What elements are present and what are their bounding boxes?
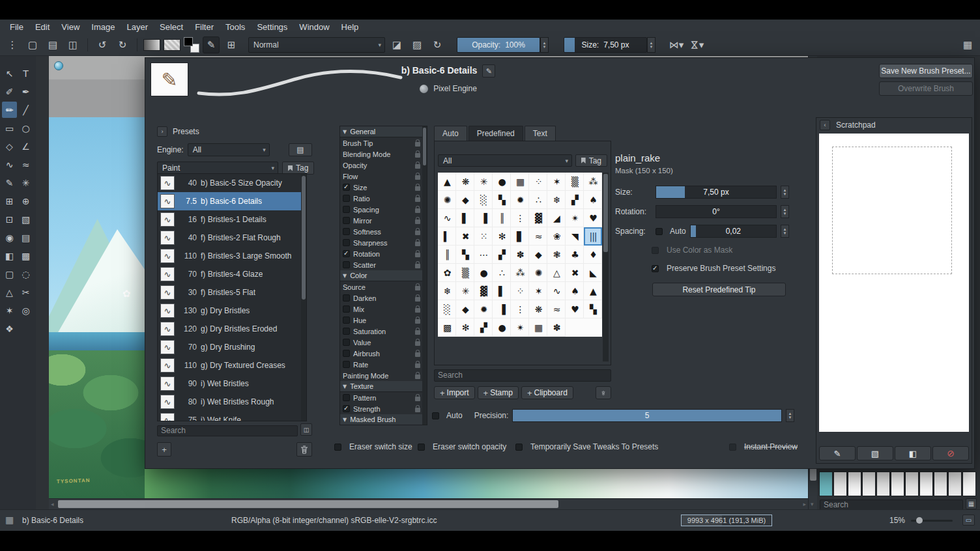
option-row[interactable]: Size (340, 182, 427, 193)
clipboard-tip-button[interactable]: +Clipboard (521, 386, 573, 399)
option-row[interactable]: Brush Tip (340, 137, 427, 148)
scratchpad-paint-button[interactable]: ✎ (819, 446, 856, 460)
polyline-tool[interactable]: ∠ (18, 138, 33, 154)
tip-spacing-slider[interactable]: 0,02 (690, 225, 777, 238)
preset-thumbnail[interactable] (948, 472, 962, 496)
tip-rotation-spinner[interactable]: ▲▼ (781, 205, 789, 218)
select-shapes-tool[interactable]: ↖ (2, 65, 17, 81)
mirror-horizontal-icon[interactable]: ⋈▾ (668, 36, 685, 53)
preset-thumbnail[interactable] (934, 472, 947, 496)
brush-tip-tile[interactable]: ● (493, 173, 511, 191)
workspace-chooser-icon[interactable]: ▦ (959, 36, 976, 53)
preset-thumbnail[interactable] (905, 472, 919, 496)
option-checkbox[interactable] (343, 228, 350, 235)
redo-icon[interactable]: ↻ (114, 36, 131, 53)
preset-row[interactable]: ∿70f) Bristles-4 Glaze (158, 265, 306, 283)
option-row[interactable]: Rate (340, 359, 427, 370)
color-sampler-tool[interactable]: ◉ (2, 229, 17, 246)
brush-tip-tile[interactable]: ░ (438, 300, 456, 318)
brush-tip-tile[interactable]: ◆ (456, 191, 474, 209)
option-row[interactable]: Hue (340, 315, 427, 326)
horizontal-scrollbar[interactable]: ◂ ▸ (49, 498, 808, 509)
option-row[interactable]: Spacing (340, 204, 427, 215)
dynamic-brush-tool[interactable]: ✎ (2, 175, 17, 191)
brush-tip-tile[interactable]: ▐ (474, 209, 493, 227)
brush-tip-tile[interactable]: ✺ (529, 264, 547, 282)
gradient-tool[interactable]: ▧ (18, 211, 33, 227)
tip-rotation-slider[interactable]: 0° (656, 205, 777, 218)
brush-tip-tile[interactable]: ⋮ (511, 209, 529, 227)
scratchpad-fill-gradient-button[interactable]: ▧ (857, 446, 893, 460)
spacing-auto-checkbox[interactable] (656, 228, 663, 235)
option-section-header[interactable]: ▼Texture (340, 381, 427, 392)
brush-size-slider[interactable]: Size:7,50 px ▲▼ (564, 37, 656, 53)
polygon-tool[interactable]: ◇ (2, 138, 17, 154)
brush-tip-tile[interactable]: ▚ (493, 191, 511, 209)
delete-preset-button[interactable] (296, 442, 312, 457)
instant-preview-checkbox[interactable] (729, 444, 736, 451)
outline-selection-tool[interactable]: ✂ (18, 284, 33, 300)
fg-bg-colors[interactable] (184, 37, 199, 53)
brush-editor-icon[interactable]: ✎ (203, 36, 220, 53)
menu-item-help[interactable]: Help (336, 21, 365, 33)
menu-item-filter[interactable]: Filter (189, 21, 220, 33)
brush-tip-tile[interactable]: ⋮ (511, 300, 529, 318)
new-document-icon[interactable]: ▢ (24, 36, 41, 53)
option-row[interactable]: Scatter (340, 259, 427, 270)
option-row[interactable]: Opacity (340, 160, 427, 171)
add-preset-button[interactable]: + (157, 442, 171, 457)
stamp-tip-button[interactable]: +Stamp (478, 386, 519, 399)
scroll-down-icon[interactable]: ▾ (811, 501, 814, 507)
brush-tip-tile[interactable]: ✴ (511, 318, 529, 337)
tip-tag-button[interactable]: Tag (575, 154, 607, 167)
scratchpad-canvas[interactable] (819, 134, 969, 432)
brush-tip-tile[interactable]: ♦ (584, 246, 602, 264)
option-row[interactable]: Darken (340, 292, 427, 304)
option-row[interactable]: Softness (340, 226, 427, 237)
option-row[interactable]: Rotation (340, 248, 427, 259)
brush-tip-tile[interactable]: ✿ (438, 264, 456, 282)
preset-row[interactable]: ∿75i) Wet Knife (158, 411, 306, 421)
docker-search-input[interactable] (820, 500, 963, 511)
brush-tip-tile[interactable]: ▞ (474, 318, 493, 337)
opacity-slider[interactable]: Opacity:100% ▲▼ (457, 37, 549, 53)
import-tip-button[interactable]: +Import (434, 386, 475, 399)
preset-thumbnail[interactable] (919, 472, 933, 496)
save-tweaks-checkbox[interactable] (515, 444, 523, 451)
brush-tip-tile[interactable]: ✽ (547, 318, 566, 337)
preset-thumbnail[interactable] (848, 472, 861, 496)
option-row[interactable]: Airbrush (340, 348, 427, 359)
brush-tip-tile[interactable]: ⋯ (474, 246, 493, 264)
brush-tip-tile[interactable]: ║ (438, 246, 456, 264)
preset-thumbnail[interactable] (862, 472, 876, 496)
brush-tip-tile[interactable]: ▚ (584, 300, 602, 318)
brush-tip-tile[interactable]: ◢ (547, 209, 566, 227)
brush-tip-tile[interactable]: ✹ (474, 300, 493, 318)
brush-tip-tile[interactable]: ▓ (529, 209, 547, 227)
zoom-slider-thumb[interactable] (916, 517, 923, 524)
option-section-header[interactable]: ▼General (340, 126, 427, 137)
brush-tip-tile[interactable]: ♣ (566, 246, 584, 264)
multibrush-tool[interactable]: ✳ (18, 175, 33, 191)
option-row[interactable]: Value (340, 337, 427, 348)
brush-tip-tile[interactable]: ▦ (511, 173, 529, 191)
brush-tip-tile[interactable]: ||| (584, 227, 602, 246)
brush-tip-tile[interactable]: ∴ (529, 191, 547, 209)
overwrite-brush-button[interactable]: Overwrite Brush (879, 81, 973, 96)
menu-item-file[interactable]: File (4, 21, 29, 33)
move-tool[interactable]: ⊕ (18, 193, 33, 209)
brush-tip-tile[interactable]: ∿ (438, 209, 456, 227)
pan-tool[interactable]: ❖ (2, 320, 17, 337)
brush-tip-tile[interactable]: ⁂ (584, 173, 602, 191)
open-document-icon[interactable]: ▤ (44, 36, 61, 53)
elliptical-selection-tool[interactable]: ◌ (18, 266, 33, 282)
precision-slider[interactable]: 5 (512, 409, 782, 422)
eraser-switch-size-checkbox[interactable] (334, 444, 341, 451)
eraser-switch-opacity-checkbox[interactable] (418, 444, 425, 451)
preset-row[interactable]: ∿40f) Bristles-2 Flat Rough (158, 229, 306, 247)
rename-preset-button[interactable]: ✎ (482, 64, 495, 78)
tip-tag-filter-select[interactable]: All▾ (438, 154, 572, 167)
brush-tip-tile[interactable]: ✶ (547, 173, 566, 191)
collapse-scratchpad-icon[interactable]: ‹ (820, 120, 830, 130)
option-row[interactable]: Saturation (340, 326, 427, 337)
